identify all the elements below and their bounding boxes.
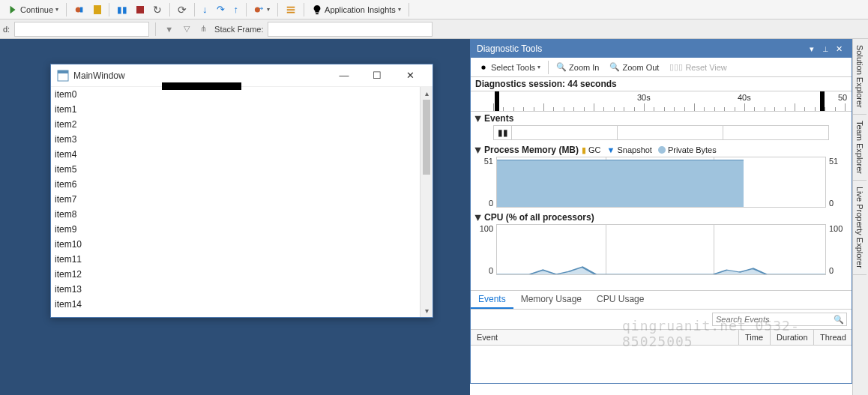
step-out-icon: ↑ (234, 4, 239, 15)
y-axis-right: 1000 (828, 224, 847, 275)
list-item[interactable]: item10 (55, 237, 415, 252)
list-item[interactable]: item13 (55, 282, 415, 297)
app-insights-button[interactable]: Application Insights ▾ (309, 3, 404, 16)
list-item[interactable]: item9 (55, 222, 415, 237)
list-item[interactable]: item14 (55, 297, 415, 312)
scroll-thumb[interactable] (423, 100, 430, 175)
timeline-ticks: 30s 40s 50 (493, 91, 852, 111)
close-button[interactable]: ✕ (832, 44, 846, 54)
list-item[interactable]: item8 (55, 207, 415, 222)
tab-memory-usage[interactable]: Memory Usage (513, 291, 589, 309)
close-icon: ✕ (406, 70, 415, 81)
list-item[interactable]: item3 (55, 132, 415, 147)
threads-icon: ⋔ (200, 24, 207, 34)
private-bytes-marker-icon (658, 146, 666, 154)
memory-chart[interactable]: 510 510 (475, 157, 847, 208)
timeline-ruler[interactable]: 30s 40s 50 (471, 91, 852, 112)
restart-button[interactable]: ↻ (150, 2, 165, 17)
list-item[interactable]: item12 (55, 267, 415, 282)
pause-icon: ▮▮ (498, 127, 508, 138)
breakpoint-icon-button[interactable] (71, 3, 88, 16)
side-tab-team-explorer[interactable]: Team Explorer (853, 115, 867, 181)
memory-header[interactable]: ▶ Process Memory (MB) ▮GC ▼Snapshot Priv… (471, 143, 852, 157)
separator (66, 3, 67, 16)
list-item[interactable]: item0 (55, 87, 415, 102)
y-bottom: 0 (829, 266, 834, 275)
step-marker-button[interactable] (91, 4, 104, 16)
cpu-header[interactable]: ▶ CPU (% of all processors) (471, 211, 852, 224)
scroll-up-button[interactable]: ▴ (421, 87, 433, 100)
col-time[interactable]: Time (739, 330, 771, 345)
svg-point-5 (481, 65, 485, 69)
scrollbar[interactable]: ▴ ▾ (420, 87, 433, 317)
separator (194, 3, 195, 16)
diag-titlebar: Diagnostic Tools ▾ ⟂ ✕ (471, 40, 852, 58)
filter-button-2[interactable]: ▽ (181, 22, 193, 35)
svg-rect-4 (58, 70, 68, 73)
scroll-down-button[interactable]: ▾ (421, 304, 433, 317)
maximize-button[interactable]: ☐ (361, 65, 394, 86)
threads-icon-button[interactable]: ⋔ (197, 22, 210, 35)
search-row: 🔍 (471, 310, 852, 330)
svg-rect-2 (316, 13, 319, 14)
thread-list-button[interactable] (283, 3, 299, 16)
zoom-in-icon: 🔍 (556, 62, 567, 72)
pause-button[interactable]: ▮▮ (114, 3, 130, 16)
timeline-end-marker[interactable] (820, 91, 825, 111)
select-tools-button[interactable]: Select Tools ▾ (474, 61, 545, 74)
main-toolbar: Continue ▾ ▮▮ ↻ ⟳ ↓ ↷ ↑ ▾ Application In… (0, 0, 868, 19)
breakpoints-toggle-button[interactable]: ▾ (251, 3, 273, 16)
step-into-icon: ↓ (202, 4, 208, 15)
minimize-button[interactable]: — (328, 65, 361, 86)
tab-cpu-usage[interactable]: CPU Usage (589, 291, 651, 309)
refresh-button[interactable]: ⟳ (175, 2, 190, 17)
list-item[interactable]: item6 (55, 177, 415, 192)
y-bottom: 0 (489, 199, 493, 208)
process-input[interactable] (14, 22, 149, 37)
stop-icon (136, 6, 144, 13)
expand-icon: ▶ (474, 147, 483, 153)
filter-button-1[interactable]: ▼ (162, 23, 176, 35)
tab-events[interactable]: Events (471, 291, 513, 309)
events-header[interactable]: ▶ Events (471, 112, 852, 125)
list-item[interactable]: item1 (55, 102, 415, 117)
chevron-down-icon: ▾ (267, 6, 270, 13)
close-button[interactable]: ✕ (394, 65, 427, 86)
events-pause-button[interactable]: ▮▮ (494, 126, 512, 139)
list-item[interactable]: item7 (55, 192, 415, 207)
y-bottom: 0 (489, 266, 493, 275)
filter-icon: ▼ (165, 25, 173, 34)
step-over-button[interactable]: ↷ (214, 2, 228, 16)
col-duration[interactable]: Duration (771, 330, 814, 345)
cpu-chart[interactable]: 1000 1000 (475, 224, 847, 275)
stack-frame-input[interactable] (268, 22, 433, 37)
col-event[interactable]: Event (471, 330, 739, 345)
pin-button[interactable]: ⟂ (819, 44, 832, 53)
list-item[interactable]: item4 (55, 147, 415, 162)
chevron-down-icon: ▾ (55, 6, 58, 13)
reset-view-button[interactable]: ▯▯▯ Reset View (665, 61, 731, 73)
minimize-icon: — (340, 70, 349, 81)
list-item[interactable]: item2 (55, 117, 415, 132)
col-thread[interactable]: Thread (814, 330, 852, 345)
continue-button[interactable]: Continue ▾ (4, 3, 61, 16)
stop-button[interactable] (133, 4, 147, 15)
list-item[interactable]: item5 (55, 162, 415, 177)
svg-point-0 (76, 7, 81, 12)
window-menu-button[interactable]: ▾ (805, 44, 819, 54)
app-insights-label: Application Insights (325, 5, 396, 14)
gc-marker-icon: ▮ (582, 145, 586, 155)
zoom-out-button[interactable]: 🔍 Zoom Out (605, 61, 663, 73)
step-into-button[interactable]: ↓ (199, 2, 211, 16)
search-icon: 🔍 (834, 315, 844, 325)
zoom-in-button[interactable]: 🔍 Zoom In (552, 61, 603, 73)
listbox[interactable]: item0item1item2item3item4item5item6item7… (51, 87, 419, 317)
chevron-down-icon: ▾ (398, 6, 401, 13)
side-tab-live-property-explorer[interactable]: Live Property Explorer (853, 181, 867, 275)
search-events-input[interactable] (712, 313, 847, 326)
side-tab-solution-explorer[interactable]: Solution Explorer (853, 39, 867, 115)
y-top: 51 (484, 157, 493, 166)
step-out-button[interactable]: ↑ (231, 2, 242, 16)
process-label: d: (3, 25, 10, 34)
list-item[interactable]: item11 (55, 252, 415, 267)
